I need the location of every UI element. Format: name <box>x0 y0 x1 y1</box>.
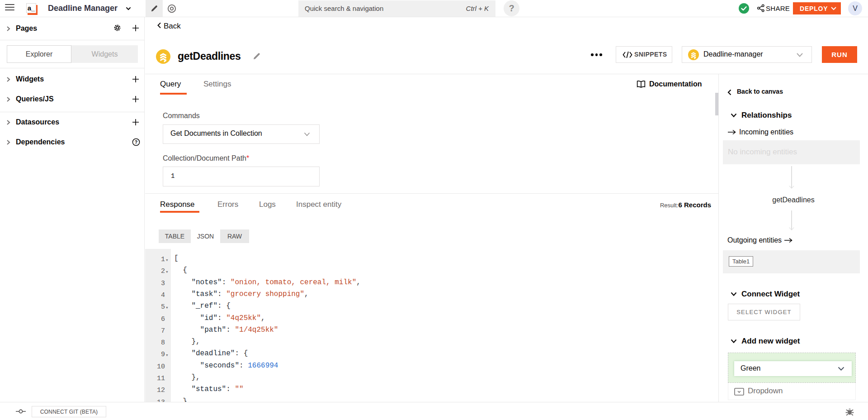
svg-text:?: ? <box>135 139 137 145</box>
